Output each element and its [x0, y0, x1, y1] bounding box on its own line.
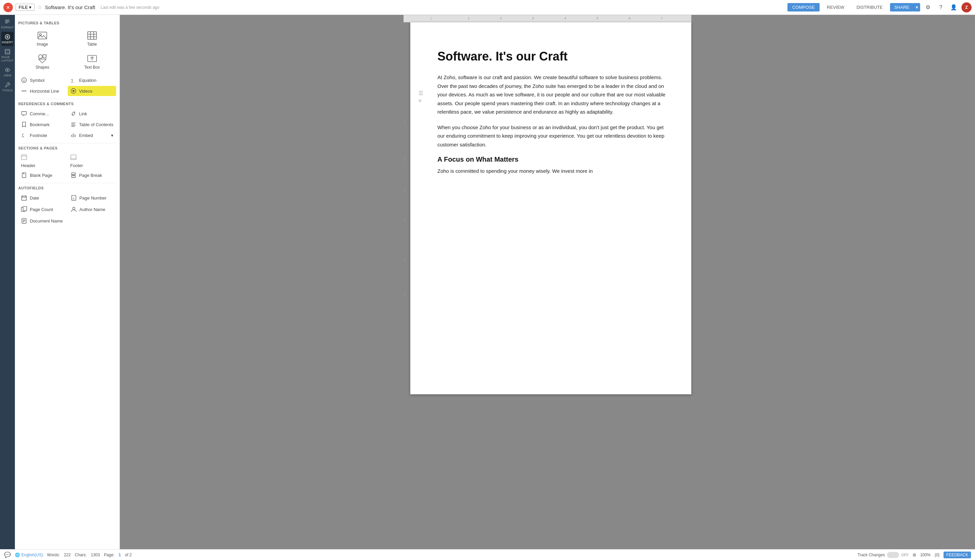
- settings-icon[interactable]: ⚙: [923, 2, 933, 13]
- tab-distribute[interactable]: DISTRIBUTE: [852, 3, 887, 12]
- file-menu-button[interactable]: FILE ▾: [15, 4, 35, 11]
- feedback-button[interactable]: FEEDBACK: [943, 552, 971, 558]
- page-label: Page:: [104, 553, 114, 557]
- notifications-icon[interactable]: 👤: [948, 2, 959, 13]
- svg-text:#: #: [73, 197, 74, 200]
- tab-compose[interactable]: COMPOSE: [788, 3, 819, 12]
- comment-icon[interactable]: 💬: [4, 552, 11, 558]
- help-icon[interactable]: ?: [936, 2, 946, 13]
- insert-page-number[interactable]: # Page Number: [68, 193, 117, 203]
- chars-label: Chars:: [75, 553, 87, 557]
- page-of: of 2: [125, 553, 132, 557]
- svg-point-55: [72, 207, 75, 210]
- sidebar-item-tools[interactable]: TOOLS: [2, 80, 13, 94]
- sidebar-item-page-layout[interactable]: PAGE LAYOUT: [2, 47, 13, 64]
- insert-date-label: Date: [30, 195, 39, 200]
- insert-page-break[interactable]: Page Break: [68, 170, 117, 180]
- insert-table[interactable]: Table: [68, 28, 117, 49]
- collaborator-count: (0): [935, 553, 940, 557]
- insert-table-label: Table: [87, 42, 97, 47]
- track-changes-toggle[interactable]: [887, 552, 899, 558]
- language-selector[interactable]: 🌐 English(US): [15, 553, 43, 557]
- ruler: | 1 2 3 4 5 6 7: [403, 15, 691, 22]
- insert-table-of-contents-label: Table of Contents: [79, 122, 114, 127]
- insert-symbol[interactable]: Ω Symbol: [18, 75, 67, 85]
- insert-document-name-label: Document Name: [30, 218, 63, 223]
- svg-rect-47: [22, 196, 27, 200]
- insert-textbox[interactable]: Text Box: [68, 51, 117, 72]
- file-dropdown-icon: ▾: [29, 5, 32, 10]
- embed-dropdown-icon[interactable]: ▾: [111, 133, 114, 138]
- paragraph-1[interactable]: At Zoho, software is our craft and passi…: [437, 73, 667, 116]
- svg-marker-20: [38, 59, 46, 63]
- zoom-level[interactable]: 100%: [920, 553, 931, 557]
- track-changes: Track Changes OFF: [858, 552, 909, 558]
- document-page: ☰ ≡ Software. It's our Craft At Zoho, so…: [410, 22, 691, 394]
- paragraph-2[interactable]: When you choose Zoho for your business o…: [437, 123, 667, 149]
- svg-rect-1: [5, 21, 9, 21]
- insert-panel: PICTURES & TABLES Image Table Shapes Tex…: [15, 15, 120, 549]
- lang-icon: 🌐: [15, 553, 20, 557]
- insert-comment[interactable]: Comme...: [18, 108, 67, 119]
- section-sections-pages: SECTIONS & PAGES: [18, 146, 116, 150]
- insert-table-of-contents[interactable]: Table of Contents: [68, 119, 117, 130]
- paragraph-3[interactable]: Zoho is committed to spending your money…: [437, 167, 667, 175]
- insert-footer-label: Footer: [70, 163, 83, 168]
- svg-text:*: *: [23, 133, 24, 136]
- tab-review[interactable]: REVIEW: [822, 3, 849, 12]
- insert-header-label: Header: [21, 163, 35, 168]
- list-icon: ≡: [418, 98, 423, 104]
- svg-text:∑: ∑: [71, 78, 74, 83]
- insert-author-name[interactable]: Author Name: [68, 204, 117, 214]
- insert-equation[interactable]: ∑ Equation: [68, 75, 117, 85]
- share-button[interactable]: SHARE: [890, 3, 913, 12]
- svg-text:Ω: Ω: [23, 79, 25, 82]
- sidebar-icons: FORMAT INSERT PAGE LAYOUT VIEW TOOLS: [0, 15, 15, 549]
- insert-author-name-label: Author Name: [80, 207, 105, 212]
- sections-pages-list: Header Footer Blank Page Page Break: [18, 153, 116, 180]
- svg-rect-42: [71, 158, 76, 160]
- sidebar-item-format[interactable]: FORMAT: [2, 17, 13, 31]
- insert-footer[interactable]: Footer: [68, 153, 117, 169]
- svg-rect-43: [22, 173, 26, 178]
- insert-page-count[interactable]: Page Count: [18, 204, 67, 214]
- insert-footnote[interactable]: * Footnote: [18, 130, 67, 140]
- insert-videos[interactable]: Videos: [68, 86, 117, 96]
- insert-date[interactable]: Date: [18, 193, 67, 203]
- insert-shapes[interactable]: Shapes: [18, 51, 67, 72]
- bottombar: 💬 🌐 English(US) Words: 222 Chars: 1303 P…: [0, 549, 975, 560]
- share-dropdown-button[interactable]: ▾: [913, 3, 920, 12]
- svg-rect-30: [22, 112, 27, 115]
- topbar: ✕ FILE ▾ ☆ Software. It's our Craft Last…: [0, 0, 975, 15]
- subheading-1[interactable]: A Focus on What Matters: [437, 155, 667, 163]
- insert-horizontal-line[interactable]: Horizontal Line: [18, 86, 67, 96]
- avatar[interactable]: Z: [962, 2, 972, 13]
- svg-rect-11: [38, 32, 47, 39]
- track-changes-state: OFF: [901, 553, 909, 557]
- insert-page-count-label: Page Count: [30, 207, 53, 212]
- sidebar-item-insert[interactable]: INSERT: [2, 32, 13, 46]
- sidebar-label-format: FORMAT: [1, 26, 13, 29]
- insert-horizontal-line-label: Horizontal Line: [30, 88, 59, 94]
- document-title: Software. It's our Craft: [45, 4, 95, 10]
- sidebar-item-view[interactable]: VIEW: [2, 65, 13, 79]
- insert-page-number-label: Page Number: [80, 195, 107, 200]
- insert-image[interactable]: Image: [18, 28, 67, 49]
- svg-rect-6: [6, 37, 9, 37]
- svg-rect-40: [21, 155, 27, 156]
- insert-header[interactable]: Header: [18, 153, 67, 169]
- insert-footnote-label: Footnote: [30, 133, 47, 138]
- star-icon[interactable]: ☆: [37, 4, 42, 10]
- insert-embed[interactable]: Embed ▾: [68, 130, 117, 140]
- view-toggle-icon[interactable]: ⊞: [913, 553, 916, 557]
- main-area: FORMAT INSERT PAGE LAYOUT VIEW TOOLS PIC…: [0, 15, 975, 549]
- close-button[interactable]: ✕: [3, 3, 13, 12]
- insert-blank-page[interactable]: Blank Page: [18, 170, 67, 180]
- svg-rect-19: [43, 55, 46, 58]
- insert-equation-label: Equation: [79, 78, 97, 83]
- insert-bookmark[interactable]: Bookmark: [18, 119, 67, 130]
- sidebar-label-view: VIEW: [3, 74, 11, 77]
- insert-link[interactable]: Link: [68, 108, 117, 119]
- document-heading[interactable]: Software. It's our Craft: [437, 49, 667, 63]
- insert-document-name[interactable]: Document Name: [18, 216, 116, 226]
